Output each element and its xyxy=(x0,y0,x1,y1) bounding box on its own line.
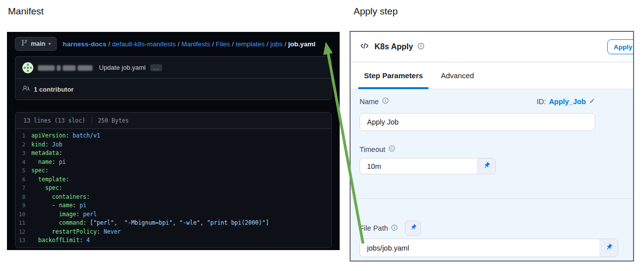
branch-name: main xyxy=(31,40,45,47)
tab-advanced[interactable]: Advanced xyxy=(435,62,480,89)
left-section-title: Manifest xyxy=(8,6,44,17)
info-icon[interactable] xyxy=(391,224,398,233)
avatar[interactable] xyxy=(22,62,33,73)
step-title: K8s Apply xyxy=(374,42,413,51)
info-icon[interactable] xyxy=(388,145,395,153)
chevron-down-icon: ▾ xyxy=(48,41,51,46)
commit-message[interactable]: Update job.yaml xyxy=(99,64,146,71)
breadcrumb-folder-link[interactable]: default-k8s-manifests xyxy=(112,40,176,48)
code-text: kind: Job xyxy=(31,140,62,149)
line-number[interactable]: 2 xyxy=(15,140,25,149)
code-line: 13 backoffLimit: 4 xyxy=(15,236,331,245)
pushpin-icon xyxy=(407,223,418,234)
line-number[interactable]: 5 xyxy=(15,166,25,175)
code-text: metadata: xyxy=(31,149,62,158)
breadcrumb-separator: / xyxy=(265,40,270,48)
pushpin-icon xyxy=(480,160,492,172)
code-line: 10 image: perl xyxy=(15,210,331,219)
git-branch-icon xyxy=(21,39,28,48)
breadcrumb-folder-link[interactable]: jobs xyxy=(270,40,282,48)
file-content-box: 13 lines (13 sloc) 250 Bytes 1apiVersion… xyxy=(15,112,332,248)
github-file-panel: main ▾ harness-docs / default-k8s-manife… xyxy=(7,32,340,250)
line-number[interactable]: 6 xyxy=(15,175,25,184)
line-number[interactable]: 1 xyxy=(15,132,25,140)
breadcrumb-separator: / xyxy=(230,40,235,48)
line-number[interactable]: 7 xyxy=(15,184,25,193)
tabs: Step ParametersAdvanced xyxy=(351,62,633,89)
breadcrumb-separator: / xyxy=(176,40,182,48)
info-icon[interactable] xyxy=(417,42,425,52)
code-line: 3metadata: xyxy=(15,149,331,158)
code-text: command: ["perl", "-Mbignum=bpi", "-wle"… xyxy=(31,219,269,228)
breadcrumb-separator: / xyxy=(282,40,288,48)
code-line: 11 command: ["perl", "-Mbignum=bpi", "-w… xyxy=(15,219,331,228)
code-lines: 1apiVersion: batch/v12kind: Job3metadata… xyxy=(15,129,331,248)
breadcrumb-current-file: job.yaml xyxy=(288,40,316,48)
people-icon xyxy=(22,85,30,94)
pin-toggle[interactable] xyxy=(599,239,618,257)
code-text: spec: xyxy=(31,166,49,175)
branch-selector-button[interactable]: main ▾ xyxy=(15,37,57,51)
code-step-icon xyxy=(360,41,369,52)
file-path-label: File Path xyxy=(360,224,398,233)
github-topbar: main ▾ harness-docs / default-k8s-manife… xyxy=(7,32,340,56)
section-divider xyxy=(351,198,633,199)
pin-toggle[interactable] xyxy=(477,158,495,174)
code-text: apiVersion: batch/v1 xyxy=(31,132,100,140)
code-line: 6 template: xyxy=(15,175,331,184)
step-id-group: ID: Apply_Job xyxy=(537,98,595,106)
breadcrumb-folder-link[interactable]: templates xyxy=(236,40,265,48)
breadcrumb-folder-link[interactable]: Manifests xyxy=(182,40,210,48)
latest-commit-box: Update job.yaml … 1 contributor xyxy=(15,56,332,100)
timeout-input-group xyxy=(360,158,496,174)
code-text: template: xyxy=(31,175,69,184)
code-line: 5spec: xyxy=(15,166,331,175)
apply-changes-button[interactable]: Apply xyxy=(607,39,634,54)
file-path-input-group xyxy=(360,239,618,257)
code-line: 12 restartPolicy: Never xyxy=(15,228,331,237)
commit-row: Update job.yaml … xyxy=(15,57,331,78)
info-icon[interactable] xyxy=(382,97,389,106)
line-number[interactable]: 12 xyxy=(15,228,25,237)
name-label: Name xyxy=(360,97,389,106)
commit-more-button[interactable]: … xyxy=(150,64,162,71)
file-meta-bar: 13 lines (13 sloc) 250 Bytes xyxy=(15,113,331,129)
code-text: spec: xyxy=(31,184,62,193)
line-number[interactable]: 3 xyxy=(15,149,25,158)
line-number[interactable]: 8 xyxy=(15,193,25,202)
line-number[interactable]: 4 xyxy=(15,158,25,167)
code-text: name: pi xyxy=(31,158,66,167)
code-line: 2kind: Job xyxy=(15,140,331,149)
timeout-label: Timeout xyxy=(360,145,395,153)
pushpin-icon xyxy=(603,242,615,254)
name-field-block: Name ID: Apply_Job xyxy=(360,97,595,131)
file-size: 250 Bytes xyxy=(98,117,129,124)
meta-divider xyxy=(92,117,92,125)
line-number[interactable]: 9 xyxy=(15,201,25,210)
breadcrumb-folder-link[interactable]: Files xyxy=(216,40,230,48)
breadcrumb-repo-link[interactable]: harness-docs xyxy=(63,40,106,48)
line-number[interactable]: 10 xyxy=(15,210,25,219)
id-value-link[interactable]: Apply_Job xyxy=(549,98,586,106)
pin-toggle-button[interactable] xyxy=(405,221,421,236)
commit-author-redacted xyxy=(38,63,94,72)
step-parameters-content: Name ID: Apply_Job Timeout xyxy=(351,89,633,261)
edit-pencil-icon[interactable] xyxy=(589,98,595,106)
line-number[interactable]: 11 xyxy=(15,219,25,228)
name-input[interactable] xyxy=(360,113,595,131)
code-text: containers: xyxy=(31,193,90,202)
code-line: 7 spec: xyxy=(15,184,331,193)
breadcrumb: harness-docs / default-k8s-manifests / M… xyxy=(63,40,315,48)
file-path-label-row: File Path xyxy=(360,221,421,236)
file-lines-count: 13 lines (13 sloc) xyxy=(23,117,86,124)
code-line: 8 containers: xyxy=(15,193,331,202)
timeout-input[interactable] xyxy=(360,158,477,174)
line-number[interactable]: 13 xyxy=(15,236,25,245)
breadcrumb-separator: / xyxy=(106,40,112,48)
code-line: 4 name: pi xyxy=(15,158,331,167)
contributors-count: 1 contributor xyxy=(34,86,74,93)
contributors-row[interactable]: 1 contributor xyxy=(15,78,331,100)
tab-step-parameters[interactable]: Step Parameters xyxy=(358,62,429,89)
code-text: - name: pi xyxy=(31,201,87,210)
file-path-input[interactable] xyxy=(360,239,599,257)
